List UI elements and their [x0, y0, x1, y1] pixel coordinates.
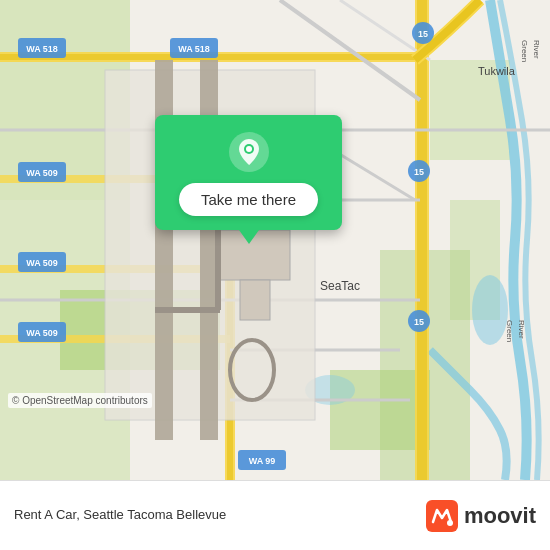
moovit-brand-text: moovit: [464, 503, 536, 529]
svg-point-62: [246, 146, 252, 152]
svg-text:15: 15: [414, 167, 424, 177]
location-pin-icon: [228, 131, 270, 173]
svg-text:WA 99: WA 99: [249, 456, 276, 466]
svg-rect-31: [240, 280, 270, 320]
svg-text:WA 518: WA 518: [178, 44, 210, 54]
map-view: WA 518 WA 518 15 WA 509 WA 509 WA 509 WA…: [0, 0, 550, 480]
svg-text:River: River: [532, 40, 541, 59]
svg-text:WA 509: WA 509: [26, 258, 58, 268]
location-callout[interactable]: Take me there: [155, 115, 342, 230]
take-me-there-button[interactable]: Take me there: [179, 183, 318, 216]
svg-text:WA 509: WA 509: [26, 328, 58, 338]
callout-box[interactable]: Take me there: [155, 115, 342, 230]
svg-text:15: 15: [418, 29, 428, 39]
svg-point-64: [447, 520, 453, 526]
svg-text:Tukwila: Tukwila: [478, 65, 516, 77]
svg-text:SeaTac: SeaTac: [320, 279, 360, 293]
svg-text:Green: Green: [505, 320, 514, 342]
copyright-text: © OpenStreetMap contributors: [8, 393, 152, 408]
location-title: Rent A Car, Seattle Tacoma Bellevue: [14, 507, 226, 524]
moovit-icon: [426, 500, 458, 532]
svg-rect-11: [417, 0, 427, 480]
bottom-bar: Rent A Car, Seattle Tacoma Bellevue moov…: [0, 480, 550, 550]
svg-point-8: [472, 275, 508, 345]
moovit-logo: moovit: [426, 500, 536, 532]
svg-text:15: 15: [414, 317, 424, 327]
svg-text:WA 518: WA 518: [26, 44, 58, 54]
svg-text:River: River: [517, 320, 526, 339]
svg-text:Green: Green: [520, 40, 529, 62]
svg-text:WA 509: WA 509: [26, 168, 58, 178]
map-svg: WA 518 WA 518 15 WA 509 WA 509 WA 509 WA…: [0, 0, 550, 480]
